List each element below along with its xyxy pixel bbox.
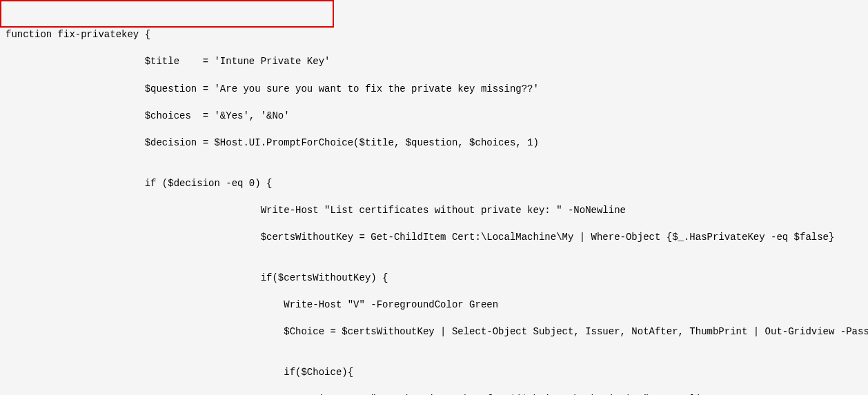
code-line: $decision = $Host.UI.PromptForChoice($ti… <box>6 136 868 150</box>
code-line: $choices = '&Yes', '&No' <box>6 110 868 123</box>
code-line: $certsWithoutKey = Get-ChildItem Cert:\L… <box>6 231 868 245</box>
highlight-annotation <box>0 0 334 28</box>
code-line: if($Choice){ <box>6 366 868 380</box>
code-line: if ($decision -eq 0) { <box>6 177 868 191</box>
code-line: Write-Host "V" -ForegroundColor Green <box>6 298 868 312</box>
code-line: $question = 'Are you sure you want to fi… <box>6 83 868 97</box>
code-line: $title = 'Intune Private Key' <box>6 55 868 69</box>
code-line: Write-Host "List certificates without pr… <box>6 204 868 218</box>
code-line: function fix-privatekey { <box>6 28 868 42</box>
code-line: $Choice = $certsWithoutKey | Select-Obje… <box>6 325 868 339</box>
code-line: if($certsWithoutKey) { <box>6 272 868 285</box>
code-block: function fix-privatekey { $title = 'Intu… <box>0 0 868 395</box>
